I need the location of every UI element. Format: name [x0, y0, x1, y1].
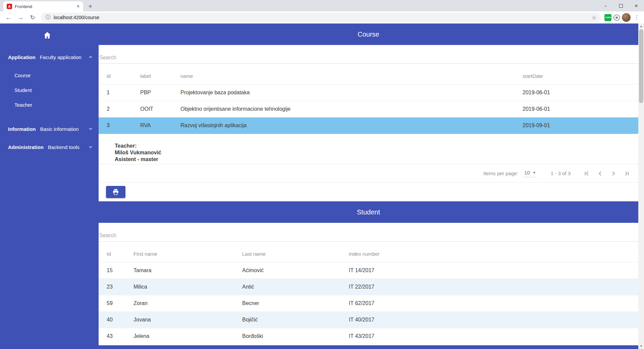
course-detail: Teacher: Miloš Vukmanović Asistent - mas…: [99, 134, 638, 164]
cell-last-name: Antić: [242, 284, 349, 290]
tab-close-icon[interactable]: ✕: [76, 4, 80, 9]
select-arrow-icon: ▾: [533, 170, 535, 175]
application-sub-items: Course Student Teacher: [0, 65, 99, 119]
sidebar-section-information[interactable]: Information Basic information: [0, 121, 99, 137]
cell-id: 1: [107, 90, 140, 96]
minimize-button[interactable]: –: [598, 0, 613, 11]
forward-icon[interactable]: →: [15, 12, 25, 22]
close-button[interactable]: ✕: [629, 0, 644, 11]
student-table-header: Id First name Last name Index number: [99, 246, 638, 262]
table-row[interactable]: 1 PBP Projektovanje baza podataka 2019-0…: [99, 85, 638, 101]
sidebar-section-application[interactable]: Application Faculty application: [0, 49, 99, 65]
cell-id: 23: [107, 284, 133, 290]
printer-icon: [112, 188, 119, 196]
sidebar-item-course[interactable]: Course: [0, 68, 99, 83]
table-row[interactable]: 59 Zoran Becner IT 62/2017: [99, 295, 638, 312]
cell-index-number: IT 62/2017: [349, 300, 630, 306]
cell-startdate: 2019-06-01: [523, 106, 630, 112]
maximize-icon: [619, 4, 623, 8]
reload-icon[interactable]: ↻: [28, 12, 38, 22]
col-label: label: [140, 73, 180, 79]
scroll-up-icon[interactable]: ▲: [638, 23, 644, 29]
section-title: Faculty application: [40, 54, 82, 60]
student-search-input[interactable]: [99, 230, 638, 242]
scroll-down-icon[interactable]: ▼: [638, 343, 644, 349]
cell-first-name: Jovana: [133, 317, 242, 323]
angular-favicon-icon: A: [7, 4, 12, 9]
cell-last-name: Bojičić: [242, 317, 349, 323]
course-search-row: [99, 45, 638, 64]
table-row-selected[interactable]: 3 RVA Razvoj višeslojnih aplikacija 2019…: [99, 117, 638, 134]
sidebar-item-teacher[interactable]: Teacher: [0, 97, 99, 112]
student-title: Student: [357, 208, 380, 216]
chevron-down-icon: [88, 144, 93, 150]
back-icon[interactable]: ←: [3, 12, 13, 22]
col-startdate: startDate: [523, 73, 630, 79]
maximize-button[interactable]: [613, 0, 629, 11]
last-page-button[interactable]: [620, 167, 634, 180]
print-button[interactable]: [106, 186, 125, 198]
url-text[interactable]: localhost:4200/course: [54, 15, 99, 20]
cell-name: Razvoj višeslojnih aplikacija: [180, 122, 523, 129]
page-scrollbar[interactable]: ▲ ▼: [638, 23, 644, 349]
cell-index-number: IT 43/2017: [349, 333, 630, 339]
table-row[interactable]: 43 Jelena Borđoški IT 43/2017: [99, 328, 638, 345]
browser-menu-icon[interactable]: ⋮: [633, 14, 641, 21]
cell-name: Projektovanje baza podataka: [180, 90, 523, 96]
next-page-button[interactable]: [607, 167, 620, 180]
bookmark-star-icon[interactable]: ☆: [592, 14, 596, 21]
page-size-select[interactable]: 10 ▾: [524, 170, 536, 177]
col-last-name: Last name: [242, 251, 349, 257]
table-row[interactable]: 40 Jovana Bojičić IT 40/2017: [99, 312, 638, 328]
student-table: Id First name Last name Index number 15 …: [99, 246, 638, 345]
sidebar-section-administration[interactable]: Administration Backend tools: [0, 139, 99, 155]
window-controls: – ✕: [598, 0, 644, 11]
home-button[interactable]: [0, 23, 99, 47]
sidebar-item-student[interactable]: Student: [0, 83, 99, 97]
cell-id: 43: [107, 333, 133, 339]
profile-avatar[interactable]: [622, 13, 631, 22]
cell-id: 3: [107, 122, 140, 129]
info-icon[interactable]: ⓘ: [46, 14, 50, 20]
cell-first-name: Tamara: [133, 267, 242, 273]
sidebar: Application Faculty application Course S…: [0, 23, 99, 349]
detail-teacher-label: Teacher:: [115, 143, 638, 149]
browser-tab[interactable]: A Frontend ✕: [3, 1, 83, 11]
student-table-body: 15 Tamara Aćimović IT 14/2017 23 Milica …: [99, 262, 638, 345]
cell-index-number: IT 14/2017: [349, 267, 630, 273]
print-row: [99, 183, 638, 201]
browser-toolbar: ← → ↻ ⓘ localhost:4200/course ☆ CORS ⋮: [0, 11, 644, 23]
tab-title: Frontend: [15, 4, 74, 9]
cell-last-name: Aćimović: [242, 267, 349, 273]
cell-startdate: 2019-06-01: [523, 90, 630, 96]
main-content: Course id label name startDate 1 PBP Pro…: [99, 23, 638, 349]
page-size-value: 10: [524, 170, 530, 176]
cell-label: RVA: [140, 122, 180, 129]
paginator-range: 1 - 3 of 3: [551, 170, 571, 176]
cell-id: 15: [107, 267, 133, 273]
scrollbar-thumb[interactable]: [639, 29, 643, 103]
chevron-right-icon: [610, 170, 617, 177]
new-tab-button[interactable]: +: [85, 2, 95, 11]
previous-page-button[interactable]: [593, 167, 607, 180]
section-category: Application: [8, 54, 36, 60]
extension-icon[interactable]: [613, 14, 620, 21]
home-icon: [43, 31, 52, 40]
table-row[interactable]: 23 Milica Antić IT 22/2017: [99, 279, 638, 295]
cell-name: Objektno orijentisane informacione tehno…: [180, 106, 523, 112]
cors-extension-icon[interactable]: CORS: [604, 14, 611, 21]
table-row[interactable]: 2 OOIT Objektno orijentisane informacion…: [99, 101, 638, 117]
section-title: Backend tools: [48, 144, 79, 150]
section-category: Information: [8, 126, 36, 132]
first-page-icon: [583, 170, 590, 177]
url-bar[interactable]: ⓘ localhost:4200/course ☆: [41, 13, 601, 22]
cell-index-number: IT 22/2017: [349, 284, 630, 290]
table-row[interactable]: 15 Tamara Aćimović IT 14/2017: [99, 262, 638, 279]
first-page-button[interactable]: [580, 167, 593, 180]
col-id: id: [107, 73, 140, 79]
course-panel-header: Course: [99, 23, 638, 45]
detail-teacher-name: Miloš Vukmanović: [115, 149, 638, 156]
course-search-input[interactable]: [99, 52, 638, 64]
next-panel-header-cutoff: [99, 345, 638, 349]
detail-teacher-role: Asistent - master: [115, 156, 638, 163]
